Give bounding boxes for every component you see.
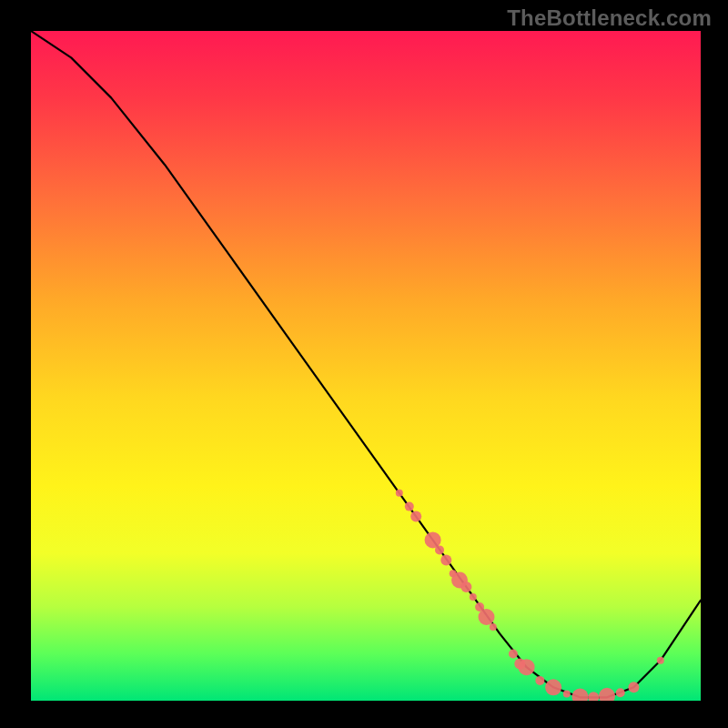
- data-point: [440, 554, 451, 565]
- data-point: [435, 545, 444, 554]
- data-point: [519, 659, 535, 675]
- data-point: [535, 676, 544, 685]
- bottleneck-curve: [31, 31, 701, 697]
- plot-area: [31, 31, 701, 701]
- data-point: [410, 511, 421, 522]
- data-point: [490, 623, 497, 631]
- data-point: [479, 609, 495, 625]
- data-point: [628, 682, 639, 693]
- data-point: [405, 502, 414, 511]
- data-point: [563, 691, 571, 698]
- data-point: [588, 692, 599, 701]
- data-point: [396, 490, 403, 497]
- data-point: [657, 657, 664, 664]
- data-point: [545, 679, 561, 695]
- chart-svg: [31, 31, 701, 701]
- scatter-points: [396, 490, 664, 701]
- data-point: [460, 581, 471, 592]
- watermark-text: TheBottleneck.com: [507, 5, 712, 31]
- chart-frame: TheBottleneck.com: [0, 0, 728, 728]
- data-point: [572, 689, 589, 701]
- data-point: [470, 593, 477, 601]
- curve-line: [31, 31, 701, 697]
- data-point: [616, 688, 625, 697]
- data-point: [599, 688, 615, 701]
- data-point: [509, 650, 518, 659]
